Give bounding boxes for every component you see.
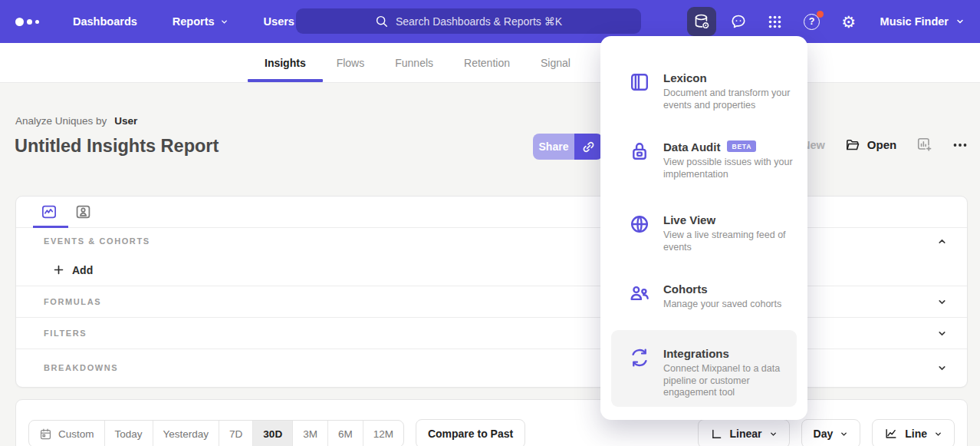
menu-item-integrations[interactable]: Integrations Connect Mixpanel to a data … — [611, 330, 797, 407]
date-range-segment: Custom Today Yesterday 7D 30D 3M 6M 12M — [28, 420, 404, 446]
section-filters: FILTERS — [16, 318, 967, 349]
search-icon — [375, 15, 389, 28]
expand-section-button[interactable] — [937, 329, 947, 339]
date-range-6m[interactable]: 6M — [327, 421, 363, 446]
beta-badge: BETA — [727, 140, 756, 152]
chart-type-selector[interactable]: Line — [872, 419, 955, 446]
chart-toolbar-card: Custom Today Yesterday 7D 30D 3M 6M 12M … — [15, 399, 968, 446]
chevron-down-icon — [937, 329, 947, 339]
insights-chart-icon — [40, 203, 58, 220]
apps-grid-icon — [767, 14, 783, 30]
section-breakdowns: BREAKDOWNS — [16, 349, 967, 386]
chevron-down-icon — [934, 430, 942, 438]
cohorts-people-icon — [629, 282, 650, 330]
project-switcher[interactable]: Music Finder — [880, 15, 965, 28]
link-icon — [581, 140, 596, 154]
data-audit-lock-icon — [629, 140, 650, 213]
open-report-button[interactable]: Open — [845, 137, 896, 153]
expand-section-button[interactable] — [937, 363, 947, 373]
date-range-today[interactable]: Today — [104, 421, 153, 446]
section-label: FILTERS — [44, 329, 87, 338]
section-label: EVENTS & COHORTS — [44, 236, 150, 246]
mixpanel-logo-icon[interactable] — [15, 18, 39, 26]
line-chart-icon — [884, 427, 898, 441]
add-to-dashboard-button[interactable] — [916, 137, 932, 153]
date-range-3m[interactable]: 3M — [292, 421, 327, 446]
builder-icon-tabs — [16, 197, 967, 228]
date-range-yesterday[interactable]: Yesterday — [153, 421, 219, 446]
more-horizontal-icon — [952, 137, 968, 153]
tab-events-analysis[interactable] — [39, 203, 58, 221]
menu-item-lexicon[interactable]: Lexicon Document and transform your even… — [600, 71, 807, 140]
report-subtitle: Analyze Uniques by User — [15, 115, 137, 127]
chevron-down-icon — [937, 363, 947, 373]
search-placeholder: Search Dashboards & Reports ⌘K — [396, 15, 562, 28]
section-label: BREAKDOWNS — [44, 363, 118, 372]
nav-link-reports[interactable]: Reports — [173, 15, 229, 28]
help-button[interactable]: ? — [797, 7, 827, 36]
linear-axes-icon — [710, 428, 723, 441]
subtitle-prefix: Analyze Uniques by — [15, 115, 107, 127]
active-tab-underline — [33, 226, 68, 228]
feedback-button[interactable] — [724, 7, 753, 36]
date-range-7d[interactable]: 7D — [219, 421, 252, 446]
nav-link-users[interactable]: Users — [264, 15, 294, 28]
data-management-button[interactable] — [687, 7, 716, 36]
settings-button[interactable]: ⚙ — [834, 7, 863, 36]
query-builder-card: EVENTS & COHORTS Add FORMULAS FILTERS BR… — [15, 196, 968, 388]
collapse-section-button[interactable] — [937, 236, 947, 246]
search-input[interactable]: Search Dashboards & Reports ⌘K — [296, 8, 641, 34]
page-title[interactable]: Untitled Insights Report — [15, 136, 219, 157]
expand-section-button[interactable] — [937, 297, 947, 307]
tab-flows[interactable]: Flows — [337, 43, 365, 82]
chart-add-icon — [916, 137, 932, 153]
speech-bubble-icon — [730, 13, 747, 30]
project-name: Music Finder — [880, 15, 949, 28]
date-range-12m[interactable]: 12M — [363, 421, 403, 446]
plus-icon — [53, 264, 64, 276]
share-button[interactable]: Share — [533, 134, 574, 160]
calendar-icon — [39, 428, 52, 441]
chart-display-controls: Linear Day Line — [698, 419, 955, 446]
section-events-cohorts: EVENTS & COHORTS — [16, 228, 967, 254]
more-options-button[interactable] — [952, 137, 968, 153]
nav-link-dashboards[interactable]: Dashboards — [73, 15, 137, 28]
date-range-30d[interactable]: 30D — [252, 421, 292, 446]
top-nav: Dashboards Reports Users Search Dashboar… — [0, 0, 980, 43]
apps-grid-button[interactable] — [761, 7, 790, 36]
gear-icon: ⚙ — [841, 14, 856, 30]
tab-insights[interactable]: Insights — [265, 43, 306, 82]
date-range-custom[interactable]: Custom — [29, 421, 104, 446]
tab-retention[interactable]: Retention — [464, 43, 510, 82]
copy-link-button[interactable] — [574, 134, 603, 160]
scale-selector[interactable]: Linear — [698, 419, 790, 446]
interval-selector[interactable]: Day — [801, 419, 861, 446]
chevron-down-icon — [220, 18, 229, 26]
live-view-globe-icon — [629, 213, 650, 282]
add-event-button[interactable]: Add — [16, 254, 967, 286]
chevron-down-icon — [937, 297, 947, 307]
tab-signal[interactable]: Signal — [541, 43, 571, 82]
tab-funnels[interactable]: Funnels — [395, 43, 433, 82]
nav-right-cluster: ? ⚙ Music Finder — [687, 7, 965, 36]
notification-dot — [817, 11, 824, 18]
menu-item-data-audit[interactable]: Data Audit BETA View possible issues wit… — [600, 140, 807, 213]
compare-to-past-button[interactable]: Compare to Past — [416, 419, 525, 446]
menu-item-live-view[interactable]: Live View View a live streaming feed of … — [600, 213, 807, 282]
folder-open-icon — [845, 137, 860, 153]
profile-person-icon — [74, 203, 92, 220]
share-button-group: Share — [533, 134, 603, 160]
database-gear-icon — [693, 13, 710, 30]
chevron-down-icon — [840, 430, 848, 438]
chevron-down-icon — [769, 430, 778, 438]
lexicon-book-icon — [629, 71, 650, 140]
data-management-menu: Lexicon Document and transform your even… — [600, 36, 807, 420]
section-formulas: FORMULAS — [16, 286, 967, 318]
tab-profiles-analysis[interactable] — [74, 203, 93, 221]
header-actions: New Open — [802, 137, 968, 153]
analysis-entity-selector[interactable]: User — [114, 115, 137, 127]
menu-item-cohorts[interactable]: Cohorts Manage your saved cohorts — [600, 282, 807, 330]
integrations-sync-icon — [629, 347, 650, 407]
chevron-down-icon — [955, 17, 965, 26]
report-tabbar: Insights Flows Funnels Retention Signal … — [0, 43, 980, 83]
